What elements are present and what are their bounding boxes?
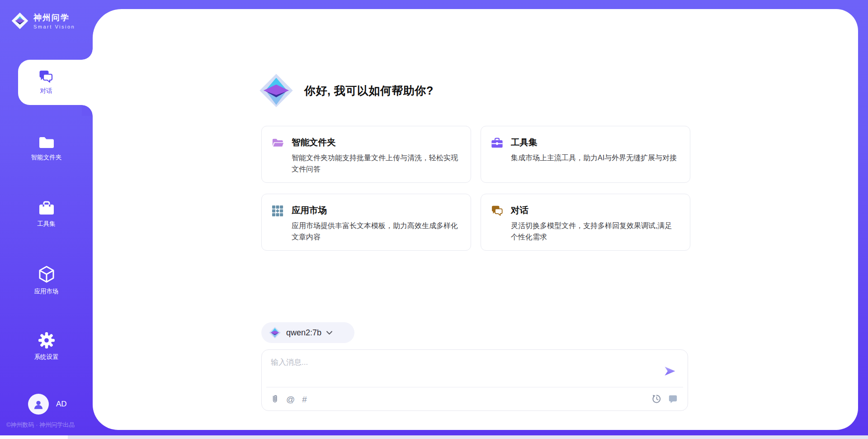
sidebar: 神州问学 Smart Vision 对话 智能文件夹 工具集 应用 bbox=[0, 0, 93, 439]
paperclip-icon bbox=[271, 394, 279, 404]
sidebar-item-chat[interactable]: 对话 bbox=[18, 60, 93, 105]
comment-button[interactable] bbox=[668, 394, 678, 404]
app-title: 神州问学 bbox=[33, 12, 75, 23]
folder-icon bbox=[38, 135, 55, 149]
card-title: 应用市场 bbox=[292, 204, 460, 216]
chat-bubbles-icon bbox=[38, 70, 54, 83]
card-smart-folders[interactable]: 智能文件夹 智能文件夹功能支持批量文件上传与清洗，轻松实现文件问答 bbox=[261, 126, 471, 183]
user-name: AD bbox=[56, 400, 67, 409]
hash-button[interactable]: # bbox=[302, 395, 307, 404]
message-composer: @ # bbox=[261, 349, 688, 411]
card-title: 对话 bbox=[511, 204, 679, 216]
card-title: 智能文件夹 bbox=[292, 136, 460, 148]
cube-icon bbox=[38, 265, 56, 283]
composer-right-tools bbox=[652, 394, 678, 404]
diamond-logo-icon bbox=[11, 12, 29, 30]
card-chat[interactable]: 对话 灵活切换多模型文件，支持多样回复效果调试,满足个性化需求 bbox=[481, 194, 690, 251]
card-app-market[interactable]: 应用市场 应用市场提供丰富长文本模板，助力高效生成多样化文章内容 bbox=[261, 194, 471, 251]
main-panel: 你好, 我可以如何帮助你? 智能文件夹 智能文件夹功能支持批量文件上传与清洗，轻… bbox=[93, 9, 858, 430]
chevron-down-icon bbox=[326, 331, 332, 335]
card-body: 应用市场 应用市场提供丰富长文本模板，助力高效生成多样化文章内容 bbox=[292, 204, 460, 250]
message-input[interactable] bbox=[271, 357, 651, 381]
send-icon bbox=[664, 366, 676, 376]
attach-file-button[interactable] bbox=[271, 394, 279, 404]
sidebar-item-apps[interactable]: 应用市场 bbox=[0, 265, 93, 296]
greeting: 你好, 我可以如何帮助你? bbox=[258, 72, 434, 109]
send-button[interactable] bbox=[664, 366, 676, 376]
sidebar-item-label: 工具集 bbox=[37, 220, 56, 228]
history-icon bbox=[652, 394, 661, 404]
avatar bbox=[28, 394, 49, 415]
model-name: qwen2:7b bbox=[286, 328, 321, 338]
composer-tools: @ # bbox=[271, 394, 307, 404]
scrollbar-track-segment bbox=[0, 435, 68, 439]
greeting-title: 你好, 我可以如何帮助你? bbox=[304, 83, 434, 98]
tab-fillet-bottom bbox=[82, 105, 93, 116]
tab-fillet-top bbox=[82, 49, 93, 60]
sidebar-item-label: 系统设置 bbox=[34, 353, 59, 361]
sidebar-item-folders[interactable]: 智能文件夹 bbox=[0, 135, 93, 162]
history-button[interactable] bbox=[652, 394, 661, 404]
horizontal-scrollbar[interactable] bbox=[0, 435, 868, 439]
card-description: 灵活切换多模型文件，支持多样回复效果调试,满足个性化需求 bbox=[511, 220, 679, 243]
copyright-text: ©神州数码 · 神州问学出品 bbox=[6, 421, 75, 429]
app-logo-text: 神州问学 Smart Vision bbox=[33, 12, 75, 29]
sidebar-item-tools[interactable]: 工具集 bbox=[0, 200, 93, 228]
sidebar-item-label: 对话 bbox=[40, 87, 52, 95]
diamond-logo-icon bbox=[269, 326, 281, 339]
app-logo: 神州问学 Smart Vision bbox=[11, 12, 75, 30]
sidebar-item-settings[interactable]: 系统设置 bbox=[0, 332, 93, 361]
gear-icon bbox=[38, 332, 55, 349]
briefcase-icon bbox=[491, 136, 504, 182]
comment-icon bbox=[668, 394, 678, 404]
model-selector[interactable]: qwen2:7b bbox=[261, 322, 354, 343]
sidebar-item-label: 智能文件夹 bbox=[31, 153, 62, 162]
folder-open-icon bbox=[272, 136, 284, 182]
card-description: 集成市场上主流工具，助力AI与外界无缝扩展与对接 bbox=[511, 153, 677, 164]
chat-bubbles-icon bbox=[491, 204, 504, 250]
card-toolset[interactable]: 工具集 集成市场上主流工具，助力AI与外界无缝扩展与对接 bbox=[481, 126, 690, 183]
briefcase-icon bbox=[38, 200, 55, 216]
card-description: 智能文件夹功能支持批量文件上传与清洗，轻松实现文件问答 bbox=[292, 153, 460, 175]
diamond-logo-icon bbox=[258, 72, 294, 109]
sidebar-item-label: 应用市场 bbox=[34, 287, 59, 296]
card-body: 对话 灵活切换多模型文件，支持多样回复效果调试,满足个性化需求 bbox=[511, 204, 679, 250]
app-subtitle: Smart Vision bbox=[33, 24, 75, 29]
feature-cards: 智能文件夹 智能文件夹功能支持批量文件上传与清洗，轻松实现文件问答 工具集 集成… bbox=[261, 126, 690, 251]
card-title: 工具集 bbox=[511, 136, 677, 148]
card-body: 工具集 集成市场上主流工具，助力AI与外界无缝扩展与对接 bbox=[511, 136, 677, 182]
user-icon bbox=[33, 399, 44, 410]
composer-divider bbox=[266, 387, 683, 387]
card-body: 智能文件夹 智能文件夹功能支持批量文件上传与清洗，轻松实现文件问答 bbox=[292, 136, 460, 182]
grid-icon bbox=[272, 204, 284, 250]
user-menu[interactable]: AD bbox=[28, 394, 67, 415]
mention-button[interactable]: @ bbox=[286, 395, 295, 404]
card-description: 应用市场提供丰富长文本模板，助力高效生成多样化文章内容 bbox=[292, 220, 460, 243]
